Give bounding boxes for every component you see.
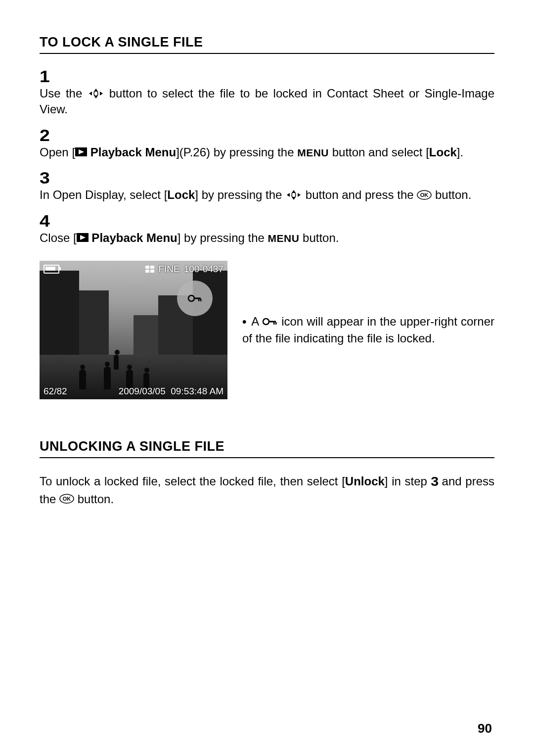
svg-marker-1 <box>100 92 103 95</box>
text: ] in step <box>385 474 431 488</box>
svg-point-14 <box>188 295 194 301</box>
unlock-body: To unlock a locked file, select the lock… <box>40 472 494 508</box>
ok-button-icon: OK <box>417 190 432 200</box>
file-number: 100-0437 <box>184 264 223 275</box>
text: button to select the file to be locked i… <box>40 87 494 116</box>
lock-note: • A icon will appear in the upper-right … <box>242 313 494 346</box>
camera-display-screenshot: FINE 100-0437 62/82 2009/03/05 09:53:48 … <box>40 261 227 399</box>
text: button and press the <box>306 188 417 201</box>
text: icon will appear in the upper-right corn… <box>242 315 494 345</box>
text: Use the <box>40 87 88 100</box>
svg-rect-15 <box>194 297 201 299</box>
key-lock-icon <box>187 292 202 304</box>
bullet-icon: • <box>242 315 246 328</box>
svg-marker-0 <box>89 92 92 95</box>
illustration-row: FINE 100-0437 62/82 2009/03/05 09:53:48 … <box>40 261 494 399</box>
playback-icon <box>75 147 87 156</box>
step-number-1: 1 <box>40 68 534 85</box>
svg-rect-19 <box>268 321 276 323</box>
text: ] by pressing the <box>178 231 268 244</box>
text: To unlock a locked file, select the lock… <box>40 474 345 488</box>
image-counter: 62/82 <box>44 386 67 397</box>
svg-rect-20 <box>273 322 275 325</box>
svg-text:OK: OK <box>63 496 71 502</box>
step-number-4: 4 <box>40 212 534 229</box>
text: ](P.26) <box>176 145 210 159</box>
step-4-body: Close [ Playback Menu] by pressing the M… <box>40 230 494 246</box>
unlock-word: Unlock <box>345 474 385 488</box>
image-size-icon <box>145 266 154 273</box>
image-time: 09:53:48 AM <box>171 386 223 396</box>
step-reference-3: 3 <box>431 472 439 491</box>
text: button. <box>299 231 339 244</box>
svg-marker-7 <box>298 193 301 197</box>
step-number-3: 3 <box>40 169 534 186</box>
svg-rect-17 <box>200 299 202 301</box>
text: Open [ <box>40 145 75 159</box>
image-quality: FINE <box>158 264 179 275</box>
shot-top-bar: FINE 100-0437 <box>44 264 223 275</box>
text: Close [ <box>40 231 77 244</box>
step-1-body: Use the button to select the file to be … <box>40 86 494 118</box>
lock-indicator-callout <box>177 281 213 316</box>
svg-marker-6 <box>287 193 290 197</box>
four-way-controller-icon <box>285 189 302 200</box>
step-3-body: In Open Display, select [Lock] by pressi… <box>40 187 494 203</box>
page-number: 90 <box>478 721 492 736</box>
svg-point-18 <box>263 319 269 325</box>
text: by pressing the <box>214 145 297 159</box>
four-way-controller-icon <box>88 88 104 99</box>
lock-word: Lock <box>429 145 457 159</box>
lock-word: Lock <box>167 188 195 201</box>
svg-rect-16 <box>198 299 200 301</box>
playback-icon <box>77 233 89 242</box>
menu-button-label: MENU <box>268 233 300 244</box>
playback-menu-label: Playback Menu <box>87 145 176 159</box>
playback-menu-label: Playback Menu <box>89 231 178 244</box>
text: A <box>251 315 262 328</box>
step-2-body: Open [ Playback Menu](P.26) by pressing … <box>40 144 494 160</box>
text: button. <box>435 188 471 201</box>
section-heading-lock: TO LOCK A SINGLE FILE <box>40 35 494 54</box>
step-number-2: 2 <box>40 127 534 143</box>
ok-button-icon: OK <box>59 494 74 504</box>
manual-page: TO LOCK A SINGLE FILE 1 Use the button t… <box>0 0 534 756</box>
menu-button-label: MENU <box>297 147 329 158</box>
svg-rect-21 <box>275 322 277 325</box>
section-heading-unlock: UNLOCKING A SINGLE FILE <box>40 439 494 458</box>
battery-icon <box>44 265 59 274</box>
text: button and select [ <box>332 145 429 159</box>
text: ]. <box>457 145 463 159</box>
svg-text:OK: OK <box>420 192 429 198</box>
text: ] by pressing the <box>195 188 285 201</box>
shot-bottom-bar: 62/82 2009/03/05 09:53:48 AM <box>44 386 223 397</box>
key-lock-icon <box>262 317 278 327</box>
text: In Open Display, select [ <box>40 188 167 201</box>
image-date: 2009/03/05 <box>119 386 166 396</box>
text: button. <box>78 492 114 506</box>
